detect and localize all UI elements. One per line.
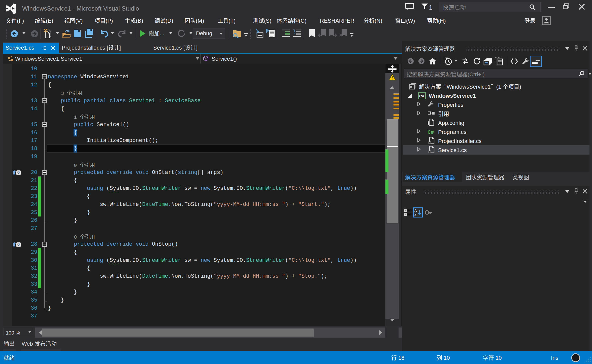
svg-text:A: A: [414, 209, 417, 212]
svg-text:Z: Z: [414, 213, 416, 216]
